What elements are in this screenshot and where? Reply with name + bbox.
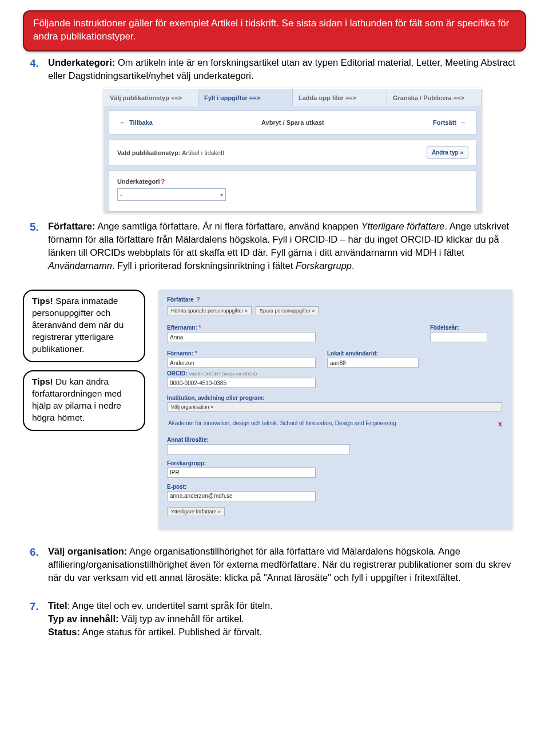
step-5-text: Författare: Ange samtliga författare. Är… — [48, 220, 526, 272]
wizard-tab-1[interactable]: Välj publikationstyp ==> — [104, 89, 198, 106]
selected-org: Akademin för innovation, design och tekn… — [167, 416, 504, 431]
step-7: 7. Titel: Ange titel och ev. undertitel … — [30, 599, 526, 639]
help-icon[interactable]: ? — [196, 296, 200, 303]
arrow-right-icon: → — [460, 119, 466, 126]
chevron-down-icon: ▾ — [220, 192, 223, 198]
save-person-button[interactable]: Spara personuppgifter » — [256, 306, 319, 315]
birthyear-input[interactable] — [430, 332, 487, 342]
wizard-tab-2[interactable]: Fyll i uppgifter ==> — [198, 89, 293, 106]
firstname-label: Förnamn: — [167, 350, 193, 357]
step-5: 5. Författare: Ange samtliga författare.… — [30, 220, 526, 272]
remove-org-icon[interactable]: x — [498, 419, 502, 429]
institution-label: Institution, avdelning eller program: — [167, 395, 504, 401]
load-saved-person-button[interactable]: Hämta sparade personuppgifter » — [167, 306, 252, 315]
author-form-panel: Författare ? Hämta sparade personuppgift… — [159, 290, 512, 529]
email-label: E-post: — [167, 484, 316, 490]
wizard-panel: Välj publikationstyp ==> Fyll i uppgifte… — [104, 88, 482, 212]
orcid-hint-link[interactable]: Vad är ORCID? Skapa en ORCID — [189, 371, 257, 377]
tip-box-1: Tips! Spara inmatade personuppgifter och… — [23, 290, 145, 362]
arrow-left-icon: ← — [120, 119, 126, 126]
birthyear-label: Födelseår: — [430, 324, 487, 331]
tip-box-2: Tips! Du kan ändra författarordningen me… — [23, 370, 145, 431]
orcid-label: ORCID: — [167, 370, 188, 377]
forward-button[interactable]: Fortsätt → — [433, 119, 466, 126]
step-7-text: Titel: Ange titel och ev. undertitel sam… — [48, 599, 273, 639]
step-5-number: 5. — [30, 220, 42, 272]
subcategory-label: Underkategori? — [117, 178, 468, 185]
change-type-button[interactable]: Ändra typ » — [427, 147, 468, 159]
subcategory-select[interactable]: - ▾ — [117, 188, 226, 201]
research-group-input[interactable] — [167, 468, 316, 478]
step-4-text: Underkategori: Om artikeln inte är en fo… — [48, 56, 526, 82]
cancel-save-link[interactable]: Avbryt / Spara utkast — [261, 119, 324, 126]
step-6: 6. Välj organisation: Ange organisations… — [30, 545, 526, 584]
surname-input[interactable] — [167, 332, 316, 342]
help-icon[interactable]: ? — [161, 178, 165, 185]
step-4-number: 4. — [30, 56, 42, 82]
firstname-input[interactable] — [167, 358, 316, 368]
research-group-label: Forskargrupp: — [167, 460, 316, 466]
intro-banner: Följande instruktioner gäller för exempl… — [23, 10, 526, 52]
local-user-label: Lokalt användarid: — [327, 350, 419, 357]
other-uni-label: Annat lärosäte: — [167, 437, 350, 443]
step-7-number: 7. — [30, 599, 42, 639]
step-6-text: Välj organisation: Ange organisationstil… — [48, 545, 526, 584]
orcid-input[interactable] — [167, 378, 316, 388]
selected-pubtype: Vald publikationstyp: Artikel i tidskrif… — [117, 149, 224, 156]
surname-label: Efternamn: — [167, 324, 197, 331]
choose-org-button[interactable]: Välj organisation » — [167, 402, 502, 411]
wizard-tab-4[interactable]: Granska / Publicera ==> — [387, 89, 482, 106]
author-header: Författare — [167, 296, 194, 303]
more-authors-button[interactable]: Ytterligare författare » — [167, 507, 225, 516]
wizard-tab-3[interactable]: Ladda upp filer ==> — [293, 89, 387, 106]
local-user-input[interactable] — [327, 358, 419, 368]
step-6-number: 6. — [30, 545, 42, 584]
email-input[interactable] — [167, 491, 316, 501]
step-4: 4. Underkategori: Om artikeln inte är en… — [30, 56, 526, 82]
back-button[interactable]: ← Tillbaka — [120, 119, 153, 126]
other-uni-input[interactable] — [167, 444, 350, 454]
